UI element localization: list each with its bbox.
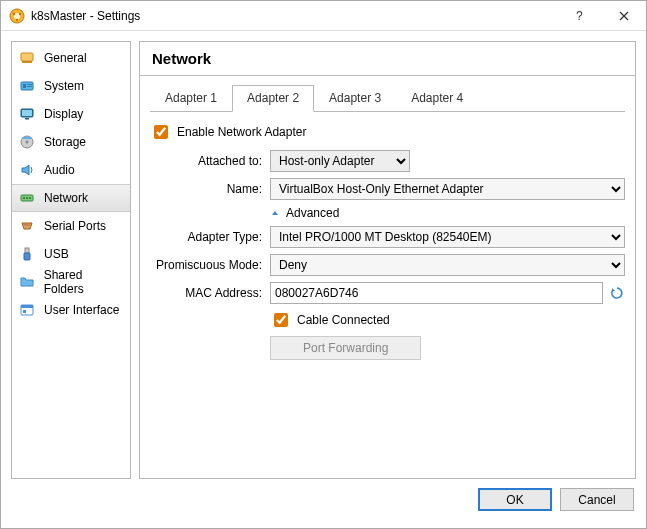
app-icon — [9, 8, 25, 24]
sidebar-label: USB — [44, 247, 69, 261]
refresh-mac-button[interactable] — [609, 285, 625, 301]
sidebar-label: Audio — [44, 163, 75, 177]
general-icon — [18, 49, 36, 67]
cable-connected-label: Cable Connected — [297, 313, 390, 327]
display-icon — [18, 105, 36, 123]
sidebar-label: System — [44, 79, 84, 93]
main-panel: Network Adapter 1 Adapter 2 Adapter 3 Ad… — [139, 41, 636, 479]
sidebar-label: General — [44, 51, 87, 65]
sidebar-label: Display — [44, 107, 83, 121]
svg-rect-12 — [27, 84, 32, 85]
sidebar-label: Serial Ports — [44, 219, 106, 233]
sidebar-label: Shared Folders — [44, 268, 124, 296]
advanced-label: Advanced — [286, 206, 339, 220]
dialog-footer: OK Cancel — [1, 489, 646, 520]
chevron-down-icon — [270, 208, 280, 218]
window-title: k8sMaster - Settings — [31, 9, 556, 23]
name-label: Name: — [150, 182, 270, 196]
adapter-type-label: Adapter Type: — [150, 230, 270, 244]
tab-adapter-4[interactable]: Adapter 4 — [396, 85, 478, 112]
svg-point-4 — [16, 18, 18, 20]
name-select[interactable]: VirtualBox Host-Only Ethernet Adapter — [270, 178, 625, 200]
attached-to-label: Attached to: — [150, 154, 270, 168]
serial-icon — [18, 217, 36, 235]
sidebar-label: User Interface — [44, 303, 119, 317]
sidebar-item-general[interactable]: General — [12, 44, 130, 72]
svg-point-26 — [28, 224, 29, 225]
cable-connected-checkbox[interactable] — [274, 313, 288, 327]
sidebar-item-audio[interactable]: Audio — [12, 156, 130, 184]
tab-adapter-3[interactable]: Adapter 3 — [314, 85, 396, 112]
svg-rect-9 — [22, 61, 32, 63]
sidebar-item-network[interactable]: Network — [12, 184, 130, 212]
mac-label: MAC Address: — [150, 286, 270, 300]
svg-rect-21 — [23, 197, 25, 199]
enable-adapter-checkbox[interactable] — [154, 125, 168, 139]
sidebar-item-serial-ports[interactable]: Serial Ports — [12, 212, 130, 240]
sidebar-item-user-interface[interactable]: User Interface — [12, 296, 130, 324]
folder-icon — [18, 273, 36, 291]
tab-adapter-1[interactable]: Adapter 1 — [150, 85, 232, 112]
ok-button[interactable]: OK — [478, 488, 552, 511]
svg-rect-16 — [25, 118, 29, 120]
network-icon — [18, 189, 36, 207]
sidebar-label: Network — [44, 191, 88, 205]
storage-icon — [18, 133, 36, 151]
svg-rect-13 — [27, 86, 32, 87]
promiscuous-label: Promiscuous Mode: — [150, 258, 270, 272]
enable-adapter-label: Enable Network Adapter — [177, 125, 306, 139]
svg-rect-23 — [29, 197, 31, 199]
usb-icon — [18, 245, 36, 263]
svg-rect-27 — [25, 248, 29, 253]
system-icon — [18, 77, 36, 95]
svg-point-24 — [24, 224, 25, 225]
sidebar-item-display[interactable]: Display — [12, 100, 130, 128]
svg-point-3 — [19, 12, 21, 14]
sidebar-label: Storage — [44, 135, 86, 149]
promiscuous-select[interactable]: Deny — [270, 254, 625, 276]
adapter-tabs: Adapter 1 Adapter 2 Adapter 3 Adapter 4 — [150, 84, 625, 112]
svg-point-19 — [22, 137, 33, 139]
sidebar-item-storage[interactable]: Storage — [12, 128, 130, 156]
svg-point-25 — [26, 224, 27, 225]
svg-rect-28 — [24, 253, 30, 260]
help-button[interactable]: ? — [556, 1, 601, 30]
ui-icon — [18, 301, 36, 319]
svg-rect-22 — [26, 197, 28, 199]
audio-icon — [18, 161, 36, 179]
svg-point-2 — [13, 12, 15, 14]
close-button[interactable] — [601, 1, 646, 30]
sidebar-item-system[interactable]: System — [12, 72, 130, 100]
svg-rect-8 — [21, 53, 33, 61]
advanced-toggle[interactable]: Advanced — [270, 206, 625, 220]
mac-input[interactable] — [270, 282, 603, 304]
tab-adapter-2[interactable]: Adapter 2 — [232, 85, 314, 112]
svg-text:?: ? — [576, 11, 583, 21]
svg-rect-11 — [23, 84, 26, 88]
svg-rect-31 — [23, 310, 26, 313]
sidebar-item-shared-folders[interactable]: Shared Folders — [12, 268, 130, 296]
port-forwarding-button: Port Forwarding — [270, 336, 421, 360]
adapter-type-select[interactable]: Intel PRO/1000 MT Desktop (82540EM) — [270, 226, 625, 248]
svg-rect-15 — [22, 110, 32, 116]
cancel-button[interactable]: Cancel — [560, 488, 634, 511]
svg-rect-30 — [21, 305, 33, 308]
panel-heading: Network — [139, 41, 636, 75]
titlebar: k8sMaster - Settings ? — [1, 1, 646, 31]
settings-sidebar: General System Display Storage Audio Net… — [11, 41, 131, 479]
svg-point-18 — [26, 141, 29, 144]
attached-to-select[interactable]: Host-only Adapter — [270, 150, 410, 172]
sidebar-item-usb[interactable]: USB — [12, 240, 130, 268]
